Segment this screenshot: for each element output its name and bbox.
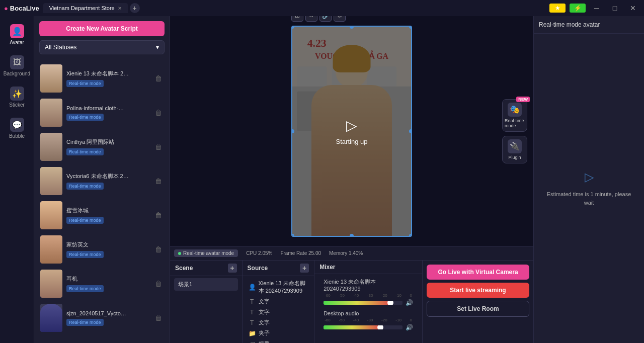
avatar-name: Xienie 13 未命名脚本 2… [66,70,149,77]
tab-add-button[interactable]: + [130,3,140,13]
sidebar-item-background[interactable]: 🖼 Background [3,51,32,80]
cpu-stat: CPU 2.05% [246,250,272,256]
avatar-badge: Real-time mode [66,80,104,87]
avatar-name: sjzn_20240517_Vycto… [66,310,149,316]
scene-panel-header: Scene + [170,261,242,276]
list-item[interactable]: 🏷 标题 [247,338,310,343]
list-item[interactable]: T 文字 [247,307,310,317]
preview-wrapper: ⊞ 👁 🔗 ⚙ ▷ [291,26,412,237]
list-item[interactable]: Vyctoria6 未命名脚本 2… Real-time mode 🗑 [38,164,166,198]
avatar-thumbnail [40,304,62,332]
sidebar-label-background: Background [4,71,30,76]
right-bottom-panel: Go Live with Virtual Camera Start live s… [423,261,533,343]
scene-add-button[interactable]: + [228,264,237,273]
text-icon: T [249,298,256,305]
sidebar-item-bubble[interactable]: 💬 Bubble [3,114,32,143]
close-button[interactable]: ✕ [626,3,640,13]
avatar-thumbnail [40,270,62,298]
status-filter[interactable]: All Statuses ▾ [39,40,165,54]
mixer-title: Mixer [319,264,335,271]
handle-tr[interactable] [409,26,412,29]
realtime-content: ▷ Estimated time is 1 minute, please wai… [534,34,644,343]
mixer-ticks-2: -60-50-40-30-20-100 [324,318,413,322]
list-item[interactable]: 耳机 Real-time mode 🗑 [38,267,166,301]
delete-icon[interactable]: 🗑 [153,142,164,152]
handle-br[interactable] [409,234,412,237]
chevron-down-icon: ▾ [156,44,159,51]
sidebar-item-avatar[interactable]: 👤 Avatar [3,20,32,49]
scene-item[interactable]: 场景1 [174,278,238,291]
list-item[interactable]: 家纺英文 Real-time mode 🗑 [38,232,166,267]
list-item[interactable]: Cinthya 阿里国际站 Real-time mode 🗑 [38,130,166,164]
status-filter-label: All Statuses [45,44,76,51]
maximize-button[interactable]: □ [608,3,622,13]
virtual-camera-button[interactable]: Go Live with Virtual Camera [427,265,529,280]
delete-icon[interactable]: 🗑 [153,279,164,289]
link-tool[interactable]: 🔗 [319,16,332,22]
delete-icon[interactable]: 🗑 [153,210,164,220]
source-panel-header: Source + [243,261,314,276]
avatar-info: Cinthya 阿里国际站 Real-time mode [66,138,149,155]
list-item[interactable]: sjzn_20240517_Vycto… Real-time mode 🗑 [38,301,166,335]
tab-active[interactable]: Vietnam Department Store ✕ [43,3,128,13]
realtime-header: Real-time mode avatar [534,16,644,34]
sidebar-item-sticker[interactable]: ✨ Sticker [3,82,32,112]
list-item[interactable]: 📁 夹子 [247,328,310,338]
plugin-button[interactable]: 🔌 Plugin [502,136,527,163]
plugin-label: Plugin [508,155,521,160]
avatar-name: 家纺英文 [66,241,149,248]
delete-icon[interactable]: 🗑 [153,313,164,323]
bottom-panels: Scene + 场景1 Source + 👤 Xienie 13 未命名脚本 2… [170,260,533,343]
list-item[interactable]: T 文字 [247,296,310,307]
tab-close-icon[interactable]: ✕ [118,6,122,11]
tab-label: Vietnam Department Store [49,5,115,11]
memory-stat: Memory 1.40% [329,250,363,256]
volume-icon-2[interactable]: 🔊 [406,324,413,331]
list-item[interactable]: 👤 Xienie 13 未命名脚本 202407293909 [247,278,310,296]
delete-icon[interactable]: 🗑 [153,108,164,118]
source-add-button[interactable]: + [300,264,309,273]
start-streaming-button[interactable]: Start live streaming [427,283,529,298]
play-icon: ▷ [346,117,357,134]
set-live-room-button[interactable]: Set Live Room [427,301,529,317]
preview-canvas[interactable]: ▷ Starting up [291,26,412,237]
delete-icon[interactable]: 🗑 [153,244,164,254]
source-name: 夹子 [259,329,270,337]
volume-knob-2[interactable] [377,325,383,329]
volume-bar-1[interactable] [324,301,403,305]
mixer-panel: Mixer Xienie 13 未命名脚本 202407293909 -60-5… [314,261,423,343]
realtime-label: Real-time mode [505,118,525,128]
delete-icon[interactable]: 🗑 [153,176,164,186]
minimize-button[interactable]: ─ [590,3,604,13]
main-layout: 👤 Avatar 🖼 Background ✨ Sticker 💬 Bubble… [0,16,644,343]
sidebar-label-sticker: Sticker [9,102,25,108]
volume-fill-2 [324,325,380,329]
list-item[interactable]: Polina-informal cloth-… Real-time mode 🗑 [38,96,166,130]
avatar-thumbnail [40,201,62,229]
avatar-panel: Create New Avatar Script All Statuses ▾ … [34,16,170,343]
person-icon: 👤 [249,284,256,291]
mixer-content: Xienie 13 未命名脚本 202407293909 -60-50-40-3… [314,274,422,343]
layers-tool[interactable]: ⊞ [291,16,303,22]
handle-bc[interactable] [350,234,354,237]
realtime-mode-button[interactable]: NEW 🎭 Real-time mode [502,99,527,132]
starting-text: Starting up [336,138,368,145]
mixer-track-1: Xienie 13 未命名脚本 202407293909 -60-50-40-3… [318,276,418,308]
mixer-track-label-1: Xienie 13 未命名脚本 202407293909 [324,278,413,292]
list-item[interactable]: 蜜雪冰城 Real-time mode 🗑 [38,198,166,232]
canvas-toolbar: ⊞ 👁 🔗 ⚙ [291,16,346,22]
create-avatar-button[interactable]: Create New Avatar Script [39,21,165,36]
volume-knob-1[interactable] [387,301,393,305]
volume-icon-1[interactable]: 🔊 [406,299,413,306]
volume-bar-2[interactable] [324,325,403,329]
handle-mr[interactable] [409,129,412,133]
list-item[interactable]: T 文字 [247,317,310,328]
settings-tool[interactable]: ⚙ [334,16,346,22]
avatar-badge: Real-time mode [66,148,104,155]
delete-icon[interactable]: 🗑 [153,73,164,83]
eye-tool[interactable]: 👁 [305,16,317,22]
scene-title: Scene [175,265,193,272]
center-area: ⊞ 👁 🔗 ⚙ ▷ [170,16,533,260]
left-sidebar: 👤 Avatar 🖼 Background ✨ Sticker 💬 Bubble [0,16,34,343]
list-item[interactable]: Xienie 13 未命名脚本 2… Real-time mode 🗑 [38,61,166,96]
